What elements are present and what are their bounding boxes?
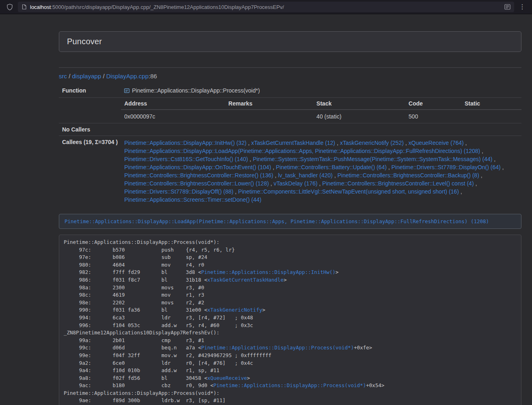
reader-mode-icon[interactable] bbox=[504, 4, 510, 10]
static-value bbox=[461, 110, 521, 123]
stack-value: 40 (static) bbox=[313, 110, 405, 123]
callee-separator: , bbox=[404, 140, 409, 146]
callers-cell bbox=[121, 123, 521, 136]
col-static: Static bbox=[461, 98, 521, 110]
callee-link[interactable]: Pinetime::Controllers::BrightnessControl… bbox=[124, 180, 269, 187]
callee-link[interactable]: Pinetime::Applications::DisplayApp::Init… bbox=[124, 140, 246, 146]
callee-link[interactable]: lv_task_handler (420) bbox=[278, 172, 333, 179]
details-cell: Address Remarks Stack Code Static 0x0000… bbox=[121, 98, 521, 123]
callee-separator: , bbox=[335, 140, 340, 146]
callee-separator: , bbox=[269, 180, 274, 187]
highlight-symbol-box: Pinetime::Applications::DisplayApp::Load… bbox=[59, 214, 521, 229]
function-icon bbox=[124, 88, 129, 95]
shield-icon-glyph bbox=[6, 4, 13, 11]
callees-label: Callees (19, Σ=3704 ) bbox=[59, 136, 121, 207]
page-container: Puncover src / displayapp / DisplayApp.c… bbox=[59, 14, 521, 405]
callee-separator: , bbox=[464, 140, 467, 146]
callee-link[interactable]: Pinetime::Drivers::St7789::DisplayOff() … bbox=[124, 188, 233, 195]
callee-separator: , bbox=[246, 140, 251, 146]
callers-row: No Callers bbox=[59, 123, 521, 136]
disassembly: Pinetime::Applications::DisplayApp::Proc… bbox=[59, 235, 521, 405]
details-data-row: 0x0000097c 40 (static) 500 bbox=[121, 110, 521, 123]
breadcrumb-separator: / bbox=[67, 73, 72, 80]
callee-link[interactable]: Pinetime::Controllers::Battery::Update()… bbox=[276, 164, 387, 170]
symbol-link[interactable]: Pinetime::Applications::DisplayApp::Proc… bbox=[213, 382, 366, 388]
symbol-link[interactable]: xQueueReceive bbox=[207, 375, 247, 381]
col-remarks: Remarks bbox=[225, 98, 313, 110]
callee-link[interactable]: Pinetime::Applications::Screens::Timer::… bbox=[124, 196, 261, 203]
callee-separator: , bbox=[271, 164, 276, 170]
browser-toolbar: localhost:5000/path/src/displayapp/Displ… bbox=[0, 0, 532, 14]
callee-separator: , bbox=[233, 188, 238, 195]
page-icon bbox=[22, 4, 27, 10]
callee-separator: , bbox=[317, 180, 322, 187]
divider bbox=[59, 67, 521, 68]
callee-separator: , bbox=[501, 164, 504, 170]
code-value: 500 bbox=[405, 110, 461, 123]
breadcrumb: src / displayapp / DisplayApp.cpp:86 bbox=[59, 73, 521, 80]
col-code: Code bbox=[405, 98, 461, 110]
details-row: Address Remarks Stack Code Static 0x0000… bbox=[59, 98, 521, 123]
callee-link[interactable]: vTaskDelay (176) bbox=[274, 180, 317, 187]
callee-separator: , bbox=[492, 156, 495, 162]
callee-link[interactable]: Pinetime::Controllers::BrightnessControl… bbox=[322, 180, 474, 187]
callees-row: Callees (19, Σ=3704 ) Pinetime::Applicat… bbox=[59, 136, 521, 207]
callee-separator: , bbox=[479, 172, 482, 179]
callee-separator: , bbox=[248, 156, 253, 162]
callee-separator: , bbox=[387, 164, 392, 170]
details-header-row: Address Remarks Stack Code Static bbox=[121, 98, 521, 110]
callee-link[interactable]: Pinetime::Applications::DisplayApp::Load… bbox=[124, 148, 480, 154]
symbol-link[interactable]: Pinetime::Applications::DisplayApp::Proc… bbox=[201, 345, 354, 351]
no-callers-label: No Callers bbox=[59, 123, 121, 136]
callee-separator: , bbox=[273, 172, 278, 179]
callee-separator: , bbox=[459, 188, 462, 195]
app-title: Puncover bbox=[67, 37, 513, 46]
symbol-link[interactable]: Pinetime::Applications::DisplayApp::Init… bbox=[201, 269, 336, 275]
callee-link[interactable]: Pinetime::Applications::DisplayApp::OnTo… bbox=[124, 164, 271, 170]
breadcrumb-link[interactable]: displayapp bbox=[72, 73, 101, 80]
callee-link[interactable]: xTaskGenericNotify (252) bbox=[340, 140, 404, 146]
symbol-link[interactable]: xTaskGenericNotify bbox=[207, 307, 262, 313]
callee-link[interactable]: Pinetime::Controllers::BrightnessControl… bbox=[337, 172, 479, 179]
callee-separator: , bbox=[474, 180, 477, 187]
url-host: localhost bbox=[30, 4, 51, 10]
url-path: :5000/path/src/displayapp/DisplayApp.cpp… bbox=[51, 4, 284, 10]
callees-cell: Pinetime::Applications::DisplayApp::Init… bbox=[121, 136, 521, 207]
callee-link[interactable]: Pinetime::System::SystemTask::PushMessag… bbox=[253, 156, 493, 162]
details-table: Address Remarks Stack Code Static 0x0000… bbox=[121, 98, 521, 123]
callee-link[interactable]: Pinetime::Components::LittleVgl::SetNewT… bbox=[238, 188, 459, 195]
app-header: Puncover bbox=[59, 31, 521, 52]
function-table: Function Pinetime::Applications::Display… bbox=[59, 84, 521, 207]
callee-link[interactable]: Pinetime::Controllers::BrightnessControl… bbox=[124, 172, 273, 179]
menu-icon[interactable]: ⋮ bbox=[517, 2, 528, 12]
callee-link[interactable]: xQueueReceive (764) bbox=[409, 140, 464, 146]
callee-link[interactable]: xTaskGetCurrentTaskHandle (12) bbox=[251, 140, 335, 146]
function-label: Function bbox=[59, 84, 121, 98]
breadcrumb-link[interactable]: DisplayApp.cpp bbox=[106, 73, 149, 80]
breadcrumb-link[interactable]: src bbox=[59, 73, 67, 80]
highlight-symbol-link[interactable]: Pinetime::Applications::DisplayApp::Load… bbox=[65, 218, 489, 224]
breadcrumb-separator: / bbox=[101, 73, 106, 80]
url-text: localhost:5000/path/src/displayapp/Displ… bbox=[30, 4, 501, 10]
callee-separator: , bbox=[480, 148, 483, 154]
col-stack: Stack bbox=[313, 98, 405, 110]
callee-link[interactable]: Pinetime::Drivers::Cst816S::GetTouchInfo… bbox=[124, 156, 248, 162]
details-row-label bbox=[59, 98, 121, 123]
address-value: 0x0000097c bbox=[121, 110, 225, 123]
function-cell: Pinetime::Applications::DisplayApp::Proc… bbox=[121, 84, 521, 98]
breadcrumb-line-number: :86 bbox=[149, 73, 157, 80]
url-bar[interactable]: localhost:5000/path/src/displayapp/Displ… bbox=[18, 2, 514, 12]
callee-separator: , bbox=[333, 172, 338, 179]
callee-link[interactable]: Pinetime::Drivers::St7789::DisplayOn() (… bbox=[392, 164, 501, 170]
shield-icon[interactable] bbox=[4, 2, 15, 12]
function-row: Function Pinetime::Applications::Display… bbox=[59, 84, 521, 98]
function-name: Pinetime::Applications::DisplayApp::Proc… bbox=[132, 87, 260, 94]
symbol-link[interactable]: xTaskGetCurrentTaskHandle bbox=[207, 277, 284, 283]
remarks-value bbox=[225, 110, 313, 123]
col-address: Address bbox=[121, 98, 225, 110]
